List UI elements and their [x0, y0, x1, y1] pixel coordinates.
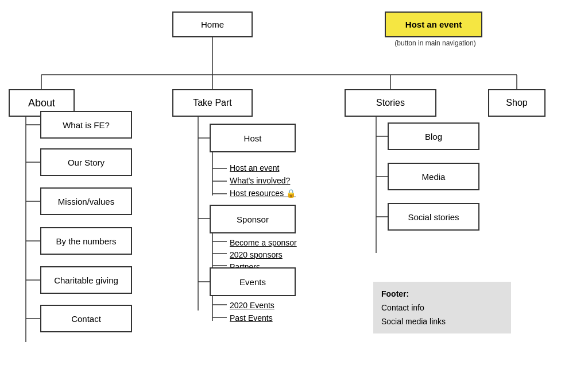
host-an-event-link[interactable]: Host an event	[227, 162, 324, 174]
charitable-giving-node[interactable]: Charitable giving	[40, 266, 132, 294]
what-is-fe-node[interactable]: What is FE?	[40, 111, 132, 139]
social-stories-node[interactable]: Social stories	[388, 203, 479, 231]
blog-node[interactable]: Blog	[388, 122, 479, 150]
take-part-node: Take Part	[172, 89, 253, 117]
host-event-button[interactable]: Host an event	[385, 12, 482, 37]
events-node: Events	[210, 267, 296, 296]
site-map-diagram: Home Host an event (button in main navig…	[0, 0, 588, 368]
become-a-sponsor-link[interactable]: Become a sponsor	[227, 236, 327, 249]
sponsor-node: Sponsor	[210, 205, 296, 233]
host-node: Host	[210, 124, 296, 152]
by-the-numbers-node[interactable]: By the numbers	[40, 227, 132, 255]
events-2020-link[interactable]: 2020 Events	[227, 299, 319, 312]
footer-line1: Contact info	[381, 301, 503, 315]
stories-node: Stories	[345, 89, 436, 117]
media-node[interactable]: Media	[388, 163, 479, 190]
footer-line2: Social media links	[381, 315, 503, 329]
contact-node[interactable]: Contact	[40, 305, 132, 332]
our-story-node[interactable]: Our Story	[40, 148, 132, 176]
footer-box: Footer: Contact info Social media links	[373, 282, 511, 334]
mission-values-node[interactable]: Mission/values	[40, 187, 132, 215]
home-node: Home	[172, 12, 253, 37]
footer-title: Footer:	[381, 288, 503, 301]
host-resources-link[interactable]: Host resources 🔒	[227, 187, 324, 200]
sponsors-2020-link[interactable]: 2020 sponsors	[227, 248, 327, 261]
whats-involved-link[interactable]: What's involved?	[227, 174, 324, 187]
shop-node: Shop	[488, 89, 546, 117]
past-events-link[interactable]: Past Events	[227, 312, 319, 324]
host-event-sub-label: (button in main navigation)	[378, 39, 493, 47]
